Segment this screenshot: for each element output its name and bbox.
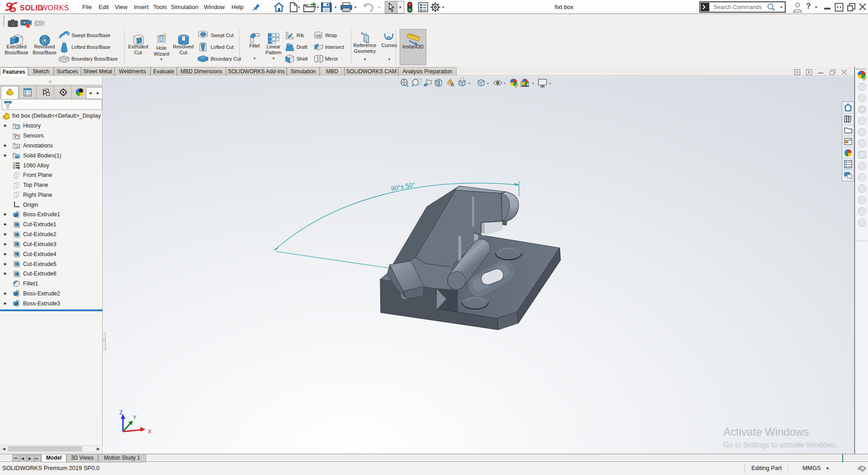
svg-text:A: A: [450, 81, 454, 88]
svg-text:Y: Y: [133, 414, 137, 421]
svg-text:Z: Z: [119, 409, 123, 416]
svg-text:WORKS: WORKS: [41, 4, 69, 12]
svg-text:Go to Settings to activate Win: Go to Settings to activate Windows.: [723, 441, 838, 449]
svg-text:A: A: [16, 145, 19, 149]
svg-text:SOLID: SOLID: [20, 4, 43, 12]
svg-text:Activate Windows: Activate Windows: [723, 426, 809, 438]
svg-text:90°±.50°: 90°±.50°: [391, 181, 416, 192]
svg-text:CD: CD: [316, 34, 321, 38]
svg-text:X: X: [148, 428, 151, 435]
